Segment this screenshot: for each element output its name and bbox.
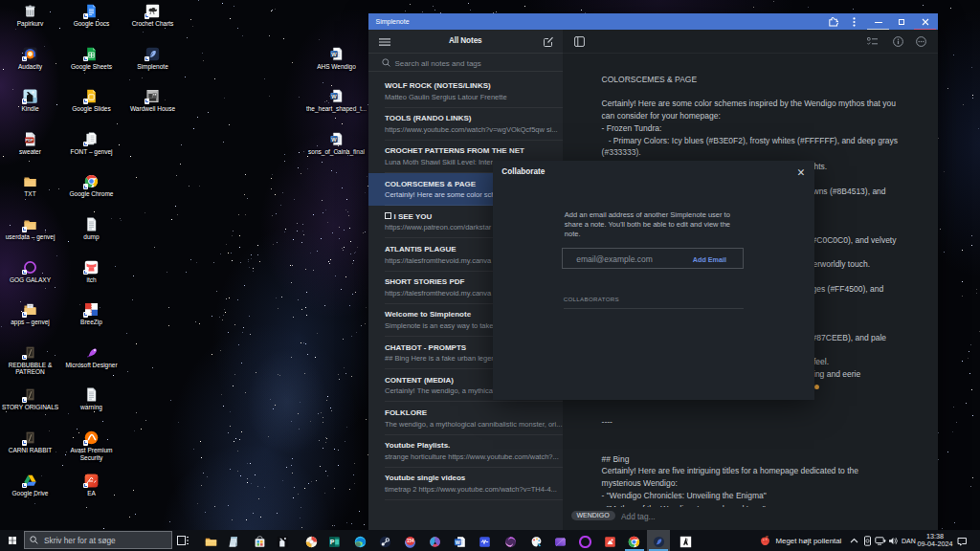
svg-text:W: W <box>456 539 460 544</box>
svg-text:PDF: PDF <box>26 138 34 143</box>
svg-text:W: W <box>331 136 337 142</box>
svg-text:W: W <box>331 51 337 56</box>
svg-text:P: P <box>330 539 335 545</box>
svg-text:W: W <box>331 94 337 99</box>
svg-text:154: 154 <box>407 539 414 543</box>
